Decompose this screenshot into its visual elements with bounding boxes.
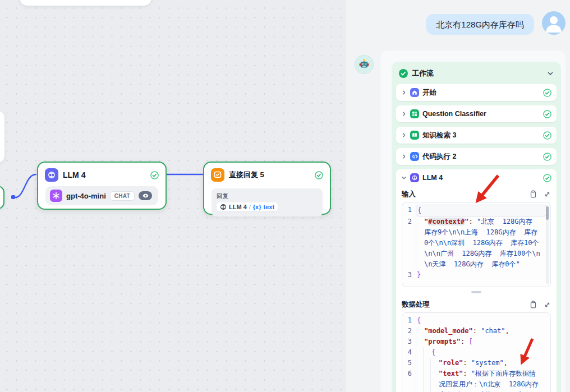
chevron-down-icon[interactable] <box>547 70 554 77</box>
bot-avatar <box>355 55 374 74</box>
trace-row-label: 开始 <box>422 88 540 98</box>
user-message-bubble: 北京有128G内存库存吗 <box>426 14 534 35</box>
bot-message-container: 工作流 开始Question Classifier知识检索 3代码执行 2 LL… <box>380 50 566 392</box>
node-title: 直接回复 5 <box>229 170 310 180</box>
workflow-title: 工作流 <box>412 68 543 79</box>
line-number: 1 <box>402 315 416 326</box>
success-check-icon <box>543 153 551 161</box>
editor-scrollbar-thumb[interactable] <box>546 206 549 220</box>
trace-row[interactable]: 代码执行 2 <box>396 148 557 165</box>
code-line: 5"role": "system", <box>402 358 550 368</box>
trace-row-label: 代码执行 2 <box>422 152 540 162</box>
process-code-editor[interactable]: 1{2"model_mode": "chat",3"prompts": [4{5… <box>402 312 551 392</box>
trace-row[interactable]: 知识检索 3 <box>396 127 557 144</box>
llm-icon <box>410 173 419 182</box>
ref-var-name: text <box>264 204 275 210</box>
input-section: 输入 1{2"#context#": "北京 128G内存 库存9个\n <box>396 186 557 293</box>
code-line: 3"prompts": [ <box>402 336 550 347</box>
chevron-right-icon[interactable] <box>401 132 407 138</box>
line-number: 3 <box>402 336 416 347</box>
copy-icon[interactable] <box>530 190 537 198</box>
trace-row[interactable]: 开始 <box>396 84 557 101</box>
classifier-icon <box>410 109 419 118</box>
workflow-success-icon <box>399 69 408 78</box>
llm-icon <box>45 168 58 182</box>
chevron-right-icon[interactable] <box>401 154 407 159</box>
vision-eye-icon <box>139 191 152 200</box>
code-line: 2"#context#": "北京 128G内存 库存9个\n\n上海 128G… <box>402 216 550 270</box>
input-section-title: 输入 <box>402 190 523 199</box>
ref-slash: / <box>249 204 251 210</box>
workflow-canvas[interactable]: LLM 4 gpt-4o-mini CHAT 直接回复 5 <box>0 0 346 392</box>
line-number: 5 <box>402 358 416 368</box>
copy-icon[interactable] <box>530 301 537 308</box>
process-section: 数据处理 1{2"model_mode": "chat",3"prompts":… <box>396 297 557 392</box>
node-llm[interactable]: LLM 4 gpt-4o-mini CHAT <box>37 162 167 210</box>
chevron-down-icon[interactable] <box>401 175 407 181</box>
chevron-right-icon[interactable] <box>401 111 407 117</box>
line-number: 1 <box>402 205 416 215</box>
trace-row-label: 知识检索 3 <box>422 131 540 140</box>
answer-variable-box: 回复 LLM 4 / {x} text <box>212 188 323 216</box>
code-line: 1{ <box>402 205 550 216</box>
home-icon <box>410 88 419 97</box>
process-section-title: 数据处理 <box>402 300 523 310</box>
workflow-trace-header[interactable]: 工作流 <box>396 66 557 81</box>
line-number: 6 <box>402 368 416 379</box>
line-number: 2 <box>402 216 416 227</box>
llm-mini-icon <box>220 204 227 210</box>
answer-icon <box>211 168 224 182</box>
success-check-icon <box>543 174 551 182</box>
workflow-trace-panel: 工作流 开始Question Classifier知识检索 3代码执行 2 LL… <box>392 62 561 392</box>
llm-trace-card: LLM 4 输入 <box>396 169 557 392</box>
success-check-icon <box>543 89 551 97</box>
partial-node-top[interactable] <box>20 0 151 6</box>
trace-row[interactable]: Question Classifier <box>396 105 557 122</box>
robot-icon <box>358 59 370 70</box>
chat-mode-badge: CHAT <box>110 191 135 201</box>
chevron-right-icon[interactable] <box>401 90 407 95</box>
openai-icon <box>50 190 62 202</box>
chat-panel: 北京有128G内存库存吗 工作流 开始Question Cla <box>346 0 570 392</box>
code-line: 1{ <box>402 315 550 326</box>
success-check-icon <box>543 131 551 140</box>
node-answer[interactable]: 直接回复 5 回复 LLM 4 / {x} text <box>203 162 331 215</box>
code-line: 4{ <box>402 347 550 358</box>
expand-icon[interactable] <box>544 301 551 308</box>
variable-reference-pill[interactable]: LLM 4 / {x} text <box>217 202 278 211</box>
ref-node-name: LLM 4 <box>229 204 247 210</box>
code-line: 2"model_mode": "chat", <box>402 326 550 336</box>
resize-handle[interactable] <box>471 291 481 293</box>
app-root: LLM 4 gpt-4o-mini CHAT 直接回复 5 <box>0 0 570 392</box>
input-code-editor[interactable]: 1{2"#context#": "北京 128G内存 库存9个\n\n上海 12… <box>402 202 551 287</box>
line-number: 4 <box>402 347 416 358</box>
line-number: 3 <box>402 270 416 280</box>
trace-row-label: Question Classifier <box>422 110 540 118</box>
book-icon <box>410 131 419 140</box>
model-selector[interactable]: gpt-4o-mini CHAT <box>45 186 158 205</box>
partial-node-left[interactable] <box>0 111 4 163</box>
variable-x-icon: {x} <box>253 204 261 210</box>
code-line: 3} <box>402 270 550 280</box>
success-check-icon <box>315 171 323 179</box>
code-icon <box>410 152 419 161</box>
model-name: gpt-4o-mini <box>66 192 106 200</box>
line-number: 2 <box>402 326 416 336</box>
code-line: 6"text": "根据下面库存数据情况回复用户：\n北京 128G内存 库存9… <box>402 368 550 392</box>
trace-rows: 开始Question Classifier知识检索 3代码执行 2 <box>396 84 557 165</box>
success-check-icon <box>543 110 551 118</box>
expand-icon[interactable] <box>544 191 551 198</box>
edge-source-handle[interactable] <box>11 195 15 199</box>
partial-node-source[interactable] <box>0 186 4 209</box>
node-title: LLM 4 <box>63 170 146 179</box>
trace-row-llm[interactable]: LLM 4 <box>396 169 557 186</box>
success-check-icon <box>150 171 159 179</box>
answer-section-label: 回复 <box>217 192 318 200</box>
user-avatar <box>542 11 566 35</box>
trace-row-label: LLM 4 <box>422 174 540 182</box>
